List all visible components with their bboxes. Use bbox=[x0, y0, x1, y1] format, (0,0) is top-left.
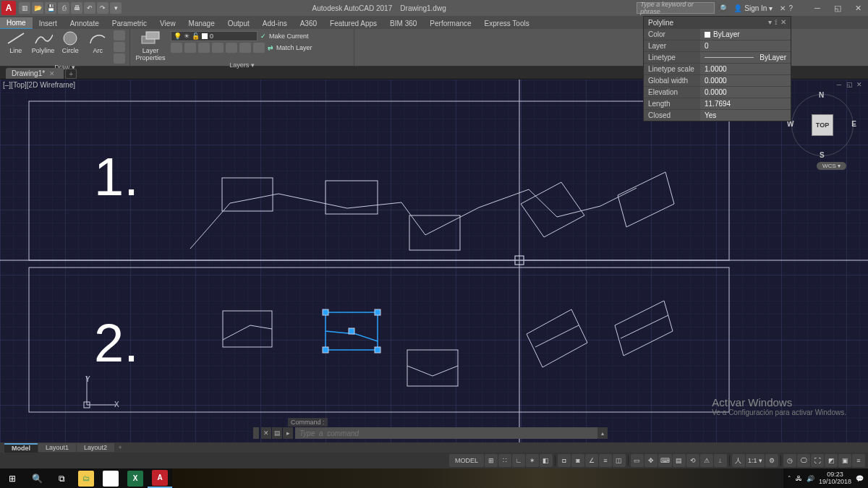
tab-annotate[interactable]: Annotate bbox=[64, 18, 106, 29]
tray-volume-icon[interactable]: 🔊 bbox=[807, 475, 814, 482]
qat-plot-icon[interactable]: 🖶 bbox=[71, 2, 82, 14]
task-explorer[interactable]: 🗂 bbox=[74, 468, 98, 488]
status-polar-icon[interactable]: ✶ bbox=[526, 454, 539, 467]
tray-chevron-icon[interactable]: ˄ bbox=[788, 475, 791, 482]
qat-open-icon[interactable]: 📂 bbox=[32, 2, 43, 14]
prop-closed-value[interactable]: Yes bbox=[700, 110, 791, 121]
prop-color-value[interactable]: ByLayer bbox=[700, 29, 791, 40]
tool-line[interactable]: Line bbox=[4, 30, 27, 54]
status-transparency-icon[interactable]: ◫ bbox=[613, 454, 626, 467]
window-restore-button[interactable]: ◱ bbox=[829, 1, 846, 14]
tool-arc[interactable]: Arc bbox=[86, 30, 109, 54]
help-icon[interactable]: ? bbox=[788, 4, 793, 12]
status-selection-icon[interactable]: ▭ bbox=[631, 454, 644, 467]
palette-pin-icon[interactable]: ⟟ bbox=[775, 18, 778, 27]
status-dynamic-icon[interactable]: ⌨ bbox=[658, 454, 672, 467]
status-scale[interactable]: 1:1 ▾ bbox=[746, 454, 765, 467]
layer-thaw-icon[interactable] bbox=[239, 43, 251, 53]
tray-notifications-icon[interactable]: 💬 bbox=[856, 475, 864, 482]
tray-clock[interactable]: 09:23 19/10/2018 bbox=[819, 471, 851, 486]
status-grid-icon[interactable]: ⊞ bbox=[485, 454, 498, 467]
tab-manage[interactable]: Manage bbox=[182, 18, 221, 29]
tab-home[interactable]: Home bbox=[0, 17, 33, 29]
layer-unlock-icon[interactable] bbox=[253, 43, 265, 53]
add-layout-button[interactable]: + bbox=[115, 443, 125, 452]
palette-close-icon[interactable]: ✕ bbox=[780, 18, 786, 27]
status-isolate-icon[interactable]: ◩ bbox=[825, 454, 838, 467]
command-input[interactable] bbox=[295, 427, 597, 439]
status-custom-icon[interactable]: ≡ bbox=[852, 454, 865, 467]
status-3dosnap-icon[interactable]: ◙ bbox=[571, 454, 584, 467]
cmdline-close-icon[interactable]: ✕ bbox=[261, 427, 271, 439]
task-excel[interactable]: X bbox=[123, 468, 148, 488]
task-chrome[interactable]: ◉ bbox=[98, 468, 123, 488]
qat-undo-icon[interactable]: ↶ bbox=[84, 2, 95, 14]
status-lineweight-icon[interactable]: ≡ bbox=[599, 454, 612, 467]
qat-save-icon[interactable]: 💾 bbox=[45, 2, 56, 14]
tab-parametric[interactable]: Parametric bbox=[106, 18, 153, 29]
tab-view[interactable]: View bbox=[153, 18, 182, 29]
layer-off-icon[interactable] bbox=[171, 43, 182, 53]
status-ortho-icon[interactable]: ∟ bbox=[512, 454, 525, 467]
panel-layers-title[interactable]: Layers ▾ bbox=[135, 61, 349, 69]
tab-featured-apps[interactable]: Featured Apps bbox=[323, 18, 383, 29]
layout-tab-model[interactable]: Model bbox=[4, 443, 38, 453]
palette-dropdown-icon[interactable]: ▾ bbox=[768, 18, 772, 27]
start-button[interactable]: ⊞ bbox=[0, 468, 25, 488]
status-annoscale-icon[interactable]: 人 bbox=[732, 454, 745, 467]
match-layer-label[interactable]: Match Layer bbox=[276, 44, 312, 51]
layer-lock-icon[interactable] bbox=[212, 43, 224, 53]
window-minimize-button[interactable]: ─ bbox=[809, 1, 826, 14]
wcs-badge[interactable]: WCS ▾ bbox=[817, 162, 846, 170]
new-tab-button[interactable]: + bbox=[65, 69, 77, 79]
task-autocad[interactable]: A bbox=[148, 468, 172, 488]
prop-globalwidth-value[interactable]: 0.0000 bbox=[700, 75, 791, 86]
qat-saveas-icon[interactable]: ⎙ bbox=[58, 2, 69, 14]
tab-output[interactable]: Output bbox=[221, 18, 256, 29]
status-snap-icon[interactable]: ∷ bbox=[498, 454, 511, 467]
viewcube-e[interactable]: E bbox=[851, 120, 856, 128]
cmdline-expand-icon[interactable]: ▴ bbox=[597, 427, 608, 439]
infocenter-search[interactable]: Type a keyword or phrase bbox=[637, 2, 715, 14]
task-view-icon[interactable]: ⧉ bbox=[49, 468, 74, 488]
status-isodraft-icon[interactable]: ◧ bbox=[540, 454, 553, 467]
view-cube[interactable]: TOP N S E W bbox=[790, 93, 855, 158]
tool-ellipse-icon[interactable] bbox=[114, 42, 125, 52]
tab-addins[interactable]: Add-ins bbox=[256, 18, 294, 29]
prop-elev-value[interactable]: 0.0000 bbox=[700, 87, 791, 98]
layout-tab-1[interactable]: Layout1 bbox=[38, 443, 76, 452]
cmdline-handle[interactable] bbox=[253, 427, 259, 439]
qat-redo-icon[interactable]: ↷ bbox=[97, 2, 109, 14]
status-annomonitor-icon[interactable]: ⚠ bbox=[700, 454, 713, 467]
search-icon[interactable]: 🔎 bbox=[718, 4, 726, 12]
sign-in-button[interactable]: 👤 Sign In ▾ bbox=[729, 4, 777, 12]
exchange-icon[interactable]: ✕ bbox=[780, 4, 786, 12]
status-otrack-icon[interactable]: ∠ bbox=[585, 454, 598, 467]
viewcube-n[interactable]: N bbox=[819, 91, 824, 99]
status-cycling-icon[interactable]: ⟲ bbox=[686, 454, 699, 467]
tool-layer-properties[interactable]: Layer Properties bbox=[135, 30, 166, 61]
status-gear-icon[interactable]: ⚙ bbox=[765, 454, 778, 467]
status-hardware-icon[interactable]: ⛶ bbox=[811, 454, 824, 467]
tray-network-icon[interactable]: 🖧 bbox=[796, 475, 802, 482]
layer-freeze-icon[interactable] bbox=[198, 43, 210, 53]
status-monitor-icon[interactable]: 🖵 bbox=[797, 454, 810, 467]
task-search-icon[interactable]: 🔍 bbox=[25, 468, 49, 488]
prop-ltscale-value[interactable]: 1.0000 bbox=[700, 64, 791, 74]
status-quickprops-icon[interactable]: ▤ bbox=[673, 454, 686, 467]
status-model[interactable]: MODEL bbox=[449, 454, 484, 467]
tab-performance[interactable]: Performance bbox=[423, 18, 477, 29]
layer-dropdown[interactable]: 💡 ☀ 🔓 0 bbox=[171, 31, 258, 41]
qat-more-icon[interactable]: ▾ bbox=[110, 2, 122, 14]
qat-new-icon[interactable]: ▥ bbox=[19, 2, 30, 14]
drawing-area[interactable]: [–][Top][2D Wireframe] ─ ◱ ✕ 1. 2. bbox=[0, 80, 868, 442]
close-tab-icon[interactable]: ✕ bbox=[49, 70, 55, 77]
viewcube-s[interactable]: S bbox=[820, 151, 825, 159]
match-layer-icon[interactable]: ⇄ bbox=[268, 44, 273, 51]
tab-insert[interactable]: Insert bbox=[33, 18, 64, 29]
tab-express[interactable]: Express Tools bbox=[478, 18, 536, 29]
window-close-button[interactable]: ✕ bbox=[849, 1, 867, 14]
tool-polyline[interactable]: Polyline bbox=[32, 30, 55, 54]
status-gizmo-icon[interactable]: ✥ bbox=[644, 454, 658, 467]
layer-iso-icon[interactable] bbox=[184, 43, 196, 53]
